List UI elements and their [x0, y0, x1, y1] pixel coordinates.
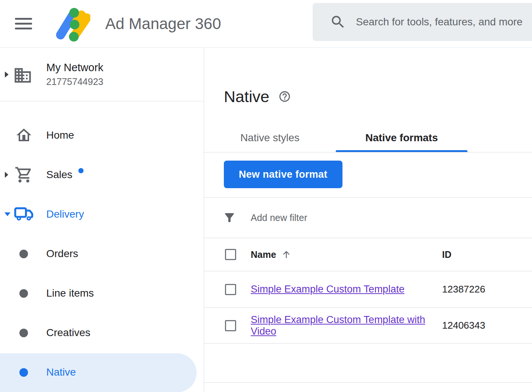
bullet-dot-icon: [19, 329, 28, 337]
row-checkbox[interactable]: [225, 284, 236, 295]
column-header-id: ID: [442, 249, 451, 260]
filter-icon: [223, 211, 236, 224]
sidebar-item-orders[interactable]: Orders: [0, 234, 204, 274]
sidebar-item-delivery[interactable]: Delivery: [0, 195, 204, 234]
add-filter-label: Add new filter: [251, 212, 307, 223]
new-native-format-button[interactable]: New native format: [224, 161, 342, 188]
network-expand-caret-icon[interactable]: [5, 72, 9, 78]
sidebar: My Network 21775744923 Home: [0, 48, 204, 392]
home-icon: [14, 126, 34, 144]
sidebar-item-label: Native: [46, 366, 76, 378]
main-content: Native Native styles Native formats New …: [204, 48, 532, 392]
truck-icon: [14, 206, 34, 222]
help-icon[interactable]: [278, 90, 291, 103]
sidebar-item-sales[interactable]: Sales: [0, 155, 204, 195]
table-header-row: Name ID: [204, 238, 532, 271]
row-id: 12406343: [442, 320, 532, 331]
sidebar-item-label: Sales: [46, 169, 84, 181]
search-input[interactable]: Search for tools, features, and more: [313, 3, 532, 41]
native-format-link[interactable]: Simple Example Custom Template with Vide…: [251, 314, 425, 337]
sidebar-item-label: Creatives: [46, 327, 90, 339]
delivery-collapse-caret-icon[interactable]: [4, 212, 10, 216]
row-id: 12387226: [442, 284, 532, 295]
bullet-dot-icon: [19, 368, 28, 377]
app-title: Ad Manager 360: [105, 15, 221, 33]
sidebar-item-native[interactable]: Native: [0, 353, 204, 392]
table-row: Simple Example Custom Template 12387226: [204, 271, 532, 308]
sidebar-item-label: Line items: [46, 287, 94, 299]
select-all-checkbox[interactable]: [225, 249, 236, 260]
sidebar-nav: Home Sales: [0, 101, 204, 392]
network-code: 21775744923: [46, 76, 204, 87]
sidebar-item-home[interactable]: Home: [0, 116, 204, 155]
network-selector[interactable]: My Network 21775744923: [0, 48, 204, 101]
hamburger-menu-icon[interactable]: [15, 15, 32, 32]
sidebar-item-label: Home: [46, 129, 74, 141]
sidebar-item-line-items[interactable]: Line items: [0, 274, 204, 313]
table-row: Simple Example Custom Template with Vide…: [204, 308, 532, 344]
table-empty-row: [204, 344, 532, 383]
building-icon: [13, 66, 32, 83]
tab-native-styles[interactable]: Native styles: [204, 123, 336, 152]
tab-bar: Native styles Native formats: [204, 123, 532, 152]
sales-expand-caret-icon[interactable]: [5, 172, 8, 178]
sort-ascending-icon: [281, 250, 291, 260]
search-placeholder: Search for tools, features, and more: [356, 16, 523, 28]
cart-icon: [14, 165, 34, 184]
network-name: My Network: [46, 61, 204, 74]
notification-dot: [78, 168, 84, 173]
sidebar-item-creatives[interactable]: Creatives: [0, 313, 204, 353]
column-header-name[interactable]: Name: [251, 249, 291, 260]
search-icon: [330, 14, 346, 30]
page-title: Native: [224, 87, 269, 106]
top-app-bar: Ad Manager 360 Search for tools, feature…: [0, 0, 532, 48]
ad-manager-logo: [54, 5, 90, 42]
native-format-link[interactable]: Simple Example Custom Template: [251, 284, 404, 295]
tab-native-formats[interactable]: Native formats: [336, 123, 467, 152]
sidebar-item-label: Delivery: [46, 208, 84, 220]
bullet-dot-icon: [19, 250, 28, 258]
bullet-dot-icon: [19, 289, 28, 298]
add-filter-bar[interactable]: Add new filter: [204, 197, 532, 238]
sidebar-item-label: Orders: [46, 248, 78, 260]
row-checkbox[interactable]: [225, 320, 236, 331]
